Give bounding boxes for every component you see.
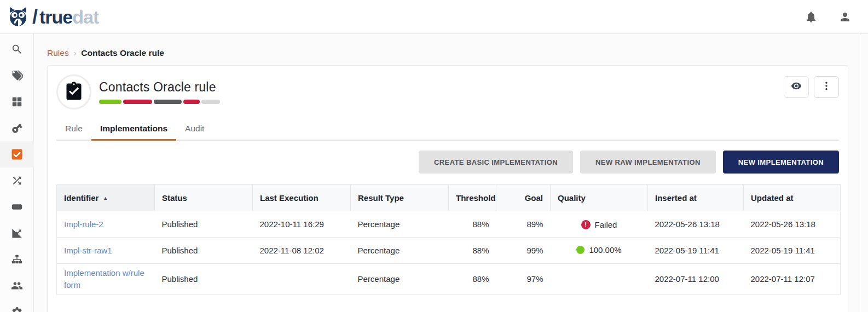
gear-icon <box>11 306 23 312</box>
table-row: Impl-str-raw1Published2022-11-08 12:02Pe… <box>57 238 841 264</box>
drive-icon <box>11 201 23 213</box>
quality-summary-bar <box>99 100 220 104</box>
sidebar-item-keys[interactable] <box>0 115 34 141</box>
kebab-menu-icon <box>821 80 832 94</box>
implementation-link[interactable]: Implementation w/rule form <box>64 268 144 290</box>
cell-quality <box>551 264 648 295</box>
breadcrumb-separator: › <box>74 49 77 57</box>
cell-quality: 100.00% <box>551 238 648 264</box>
sidebar-item-tags[interactable] <box>0 62 34 89</box>
implementation-toolbar: CREATE BASIC IMPLEMENTATION NEW RAW IMPL… <box>56 151 839 174</box>
scrollbar-track[interactable] <box>859 34 859 312</box>
table-row: Implementation w/rule formPublishedPerce… <box>57 264 841 295</box>
tags-icon <box>11 70 23 82</box>
chart-icon <box>11 227 23 239</box>
quality-segment-2 <box>154 100 182 104</box>
cell-goal: 97% <box>496 264 551 295</box>
sidebar-item-search[interactable] <box>0 36 34 62</box>
cell-status: Published <box>155 211 253 238</box>
sidebar-item-charts[interactable] <box>0 220 34 246</box>
truedat-logo[interactable]: / truedat <box>7 5 99 28</box>
quality-segment-0 <box>99 100 121 104</box>
cell-threshold: 88% <box>449 211 496 238</box>
shuffle-icon <box>11 175 23 187</box>
column-header-status[interactable]: Status <box>155 185 253 211</box>
tab-implementations[interactable]: Implementations <box>91 124 176 141</box>
cell-result-type: Percentage <box>351 238 449 264</box>
quality-segment-1 <box>123 100 152 104</box>
user-profile-icon[interactable] <box>838 10 852 24</box>
cell-quality: !Failed <box>551 211 648 238</box>
tab-rule[interactable]: Rule <box>56 124 91 141</box>
eye-icon <box>791 80 802 94</box>
sitemap-icon <box>11 253 23 265</box>
tab-bar: RuleImplementationsAudit <box>56 124 839 141</box>
rules-check-icon <box>10 148 24 161</box>
grid-icon <box>11 96 23 108</box>
cell-last-execution <box>253 264 351 295</box>
cell-updated-at: 2022-07-11 12:07 <box>744 264 841 295</box>
cell-updated-at: 2022-05-19 11:41 <box>744 238 841 264</box>
topbar: / truedat <box>0 0 868 34</box>
content-area: Rules › Contacts Oracle rule Contacts Or… <box>34 34 868 312</box>
search-icon <box>11 43 23 55</box>
page-title: Contacts Oracle rule <box>99 80 220 95</box>
cell-inserted-at: 2022-05-19 11:41 <box>648 238 744 264</box>
column-header-quality[interactable]: Quality <box>551 185 648 211</box>
sidebar-item-dashboards[interactable] <box>0 89 34 115</box>
sidebar <box>0 34 34 312</box>
new-raw-implementation-button[interactable]: NEW RAW IMPLEMENTATION <box>580 151 716 174</box>
cell-result-type: Percentage <box>351 211 449 238</box>
column-header-threshold[interactable]: Threshold <box>449 185 496 211</box>
quality-label: 100.00% <box>589 245 621 255</box>
cell-threshold: 88% <box>449 264 496 295</box>
logo-slash: / <box>32 5 38 28</box>
column-header-identifier[interactable]: Identifier▲ <box>57 185 155 211</box>
sidebar-item-quality-rules[interactable] <box>0 141 34 167</box>
column-header-updated-at[interactable]: Updated at <box>744 185 841 211</box>
clipboard-check-icon <box>64 81 84 103</box>
cell-status: Published <box>155 238 253 264</box>
quality-segment-4 <box>201 100 220 104</box>
sidebar-item-sources[interactable] <box>0 194 34 220</box>
cell-threshold: 88% <box>449 238 496 264</box>
column-header-result-type[interactable]: Result Type <box>351 185 449 211</box>
breadcrumb-rules-link[interactable]: Rules <box>47 48 69 58</box>
cell-last-execution: 2022-10-11 16:29 <box>253 211 351 238</box>
implementations-table: Identifier▲StatusLast ExecutionResult Ty… <box>56 184 841 295</box>
quality-success-icon <box>576 246 585 254</box>
more-actions-button[interactable] <box>814 76 839 98</box>
column-header-last-execution[interactable]: Last Execution <box>253 185 351 211</box>
users-icon <box>11 280 23 292</box>
implementation-link[interactable]: Impl-rule-2 <box>64 219 103 229</box>
sidebar-item-settings[interactable] <box>0 299 34 312</box>
sidebar-item-structures[interactable] <box>0 246 34 273</box>
owl-logo-icon <box>7 5 30 28</box>
quality-label: Failed <box>595 220 617 229</box>
quality-segment-3 <box>183 100 200 104</box>
column-header-goal[interactable]: Goal <box>496 185 551 211</box>
sidebar-item-lineage[interactable] <box>0 167 34 194</box>
quality-failed-icon: ! <box>581 220 591 229</box>
cell-goal: 99% <box>496 238 551 264</box>
rule-avatar <box>56 74 91 109</box>
cell-inserted-at: 2022-05-26 13:18 <box>648 211 744 238</box>
tab-audit[interactable]: Audit <box>176 124 213 141</box>
breadcrumb-current: Contacts Oracle rule <box>81 48 164 58</box>
sidebar-item-groups[interactable] <box>0 273 34 299</box>
view-permissions-button[interactable] <box>784 76 809 98</box>
key-icon <box>11 122 23 134</box>
breadcrumb: Rules › Contacts Oracle rule <box>47 48 868 58</box>
implementation-link[interactable]: Impl-str-raw1 <box>64 246 112 255</box>
cell-goal: 89% <box>496 211 551 238</box>
table-row: Impl-rule-2Published2022-10-11 16:29Perc… <box>57 211 841 238</box>
sort-asc-icon: ▲ <box>103 195 108 201</box>
logo-wordmark: truedat <box>39 8 99 26</box>
create-basic-implementation-button[interactable]: CREATE BASIC IMPLEMENTATION <box>419 151 573 174</box>
cell-last-execution: 2022-11-08 12:02 <box>253 238 351 264</box>
new-implementation-button[interactable]: NEW IMPLEMENTATION <box>723 151 839 174</box>
column-header-inserted-at[interactable]: Inserted at <box>648 185 744 211</box>
cell-inserted-at: 2022-07-11 12:00 <box>648 264 744 295</box>
cell-result-type: Percentage <box>351 264 449 295</box>
notifications-bell-icon[interactable] <box>805 10 818 24</box>
